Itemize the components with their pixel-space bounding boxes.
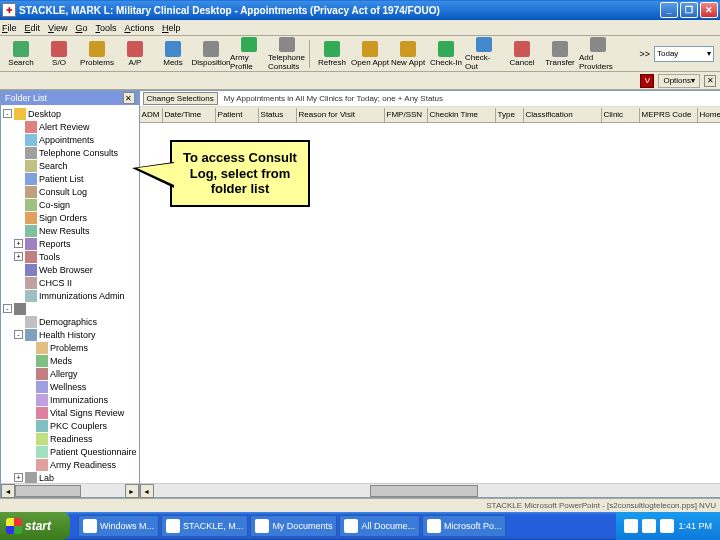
tree-item-co-sign[interactable]: Co-sign bbox=[3, 198, 137, 211]
folder-list-close-button[interactable]: ✕ bbox=[123, 92, 135, 104]
col-patient[interactable]: Patient bbox=[216, 108, 259, 122]
menu-actions[interactable]: Actions bbox=[124, 23, 154, 33]
task-item[interactable]: Windows M... bbox=[78, 515, 159, 537]
options-button[interactable]: Options ▾ bbox=[658, 74, 700, 88]
tb-telephone-consults-button[interactable]: Telephone Consults bbox=[268, 37, 306, 71]
tray-icon[interactable] bbox=[624, 519, 638, 533]
today-dropdown[interactable]: Today▾ bbox=[654, 46, 714, 62]
folder-icon bbox=[25, 329, 37, 341]
tree-item-telephone-consults[interactable]: Telephone Consults bbox=[3, 146, 137, 159]
tb-search-button[interactable]: Search bbox=[2, 37, 40, 71]
scroll-left-button[interactable]: ◄ bbox=[1, 484, 15, 498]
tb-disposition-button[interactable]: Disposition bbox=[192, 37, 230, 71]
tree-item-desktop[interactable]: -Desktop bbox=[3, 107, 137, 120]
tree-item-patient-list[interactable]: Patient List bbox=[3, 172, 137, 185]
menu-go[interactable]: Go bbox=[75, 23, 87, 33]
col-status[interactable]: Status bbox=[259, 108, 297, 122]
tree-item-consult-log[interactable]: Consult Log bbox=[3, 185, 137, 198]
tb-army-profile-button[interactable]: Army Profile bbox=[230, 37, 268, 71]
tree-expand-icon[interactable]: + bbox=[14, 473, 23, 482]
tb-check-out-button[interactable]: Check-Out bbox=[465, 37, 503, 71]
tree-item-vital-signs-review[interactable]: Vital Signs Review bbox=[3, 406, 137, 419]
task-item[interactable]: STACKLE, M... bbox=[161, 515, 248, 537]
tb-meds-button[interactable]: Meds bbox=[154, 37, 192, 71]
col-reason-for-visit[interactable]: Reason for Visit bbox=[297, 108, 385, 122]
task-item[interactable]: Microsoft Po... bbox=[422, 515, 507, 537]
content-hscrollbar[interactable]: ◄ ► bbox=[140, 483, 720, 497]
task-item[interactable]: All Docume... bbox=[339, 515, 420, 537]
tree-expand-icon[interactable]: - bbox=[3, 109, 12, 118]
maximize-button[interactable]: ❐ bbox=[680, 2, 698, 18]
folder-tree[interactable]: -DesktopAlert ReviewAppointmentsTelephon… bbox=[1, 105, 139, 483]
tree-item-readiness[interactable]: Readiness bbox=[3, 432, 137, 445]
col-date-time[interactable]: Date/Time bbox=[163, 108, 216, 122]
system-tray[interactable]: 1:41 PM bbox=[616, 512, 720, 540]
tb-new-appt-button[interactable]: New Appt bbox=[389, 37, 427, 71]
tree-item-sign-orders[interactable]: Sign Orders bbox=[3, 211, 137, 224]
tree-item-search[interactable]: Search bbox=[3, 159, 137, 172]
tree-item-army-readiness[interactable]: Army Readiness bbox=[3, 458, 137, 471]
tree-item-tools[interactable]: +Tools bbox=[3, 250, 137, 263]
tree-expand-icon[interactable]: + bbox=[14, 239, 23, 248]
tb-add-providers-button[interactable]: Add Providers bbox=[579, 37, 617, 71]
toolbar-chevron[interactable]: >> bbox=[639, 49, 650, 59]
tray-icon[interactable] bbox=[642, 519, 656, 533]
start-button[interactable]: start bbox=[0, 512, 70, 540]
tb-check-in-button[interactable]: Check-In bbox=[427, 37, 465, 71]
col-fmp-ssn[interactable]: FMP/SSN bbox=[385, 108, 428, 122]
tree-item-immunizations-admin[interactable]: Immunizations Admin bbox=[3, 289, 137, 302]
tree-item-appointments[interactable]: Appointments bbox=[3, 133, 137, 146]
appointments-description: My Appointments in All My Clinics for To… bbox=[224, 94, 443, 103]
tree-expand-icon[interactable]: - bbox=[14, 330, 23, 339]
tree-item-new-results[interactable]: New Results bbox=[3, 224, 137, 237]
change-selections-button[interactable]: Change Selections bbox=[143, 92, 218, 105]
tray-icon[interactable] bbox=[660, 519, 674, 533]
col-clinic[interactable]: Clinic bbox=[602, 108, 640, 122]
tb-problems-button[interactable]: Problems bbox=[78, 37, 116, 71]
tree-item-health-history[interactable]: -Health History bbox=[3, 328, 137, 341]
menu-tools[interactable]: Tools bbox=[95, 23, 116, 33]
close-button[interactable]: ✕ bbox=[700, 2, 718, 18]
tree-item-patient-questionnaire[interactable]: Patient Questionnaire bbox=[3, 445, 137, 458]
tb-s-o-button[interactable]: S/O bbox=[40, 37, 78, 71]
tree-item-meds[interactable]: Meds bbox=[3, 354, 137, 367]
taskbar-items: Windows M...STACKLE, M...My DocumentsAll… bbox=[78, 515, 616, 537]
tree-item-chcs-ii[interactable]: CHCS II bbox=[3, 276, 137, 289]
col-checkin-time[interactable]: Checkin Time bbox=[428, 108, 496, 122]
tree-item-wellness[interactable]: Wellness bbox=[3, 380, 137, 393]
tree-item-demographics[interactable]: Demographics bbox=[3, 315, 137, 328]
minimize-button[interactable]: _ bbox=[660, 2, 678, 18]
tree-item-problems[interactable]: Problems bbox=[3, 341, 137, 354]
tree-item-lab[interactable]: +Lab bbox=[3, 471, 137, 483]
scroll-right-button[interactable]: ► bbox=[125, 484, 139, 498]
tree-item-alert-review[interactable]: Alert Review bbox=[3, 120, 137, 133]
folder-hscrollbar[interactable]: ◄ ► bbox=[1, 483, 139, 497]
col-home-phone[interactable]: Home Phone bbox=[698, 108, 720, 122]
tree-expand-icon[interactable]: + bbox=[14, 252, 23, 261]
tb-transfer-button[interactable]: Transfer bbox=[541, 37, 579, 71]
tree-item-allergy[interactable]: Allergy bbox=[3, 367, 137, 380]
scroll-left-button[interactable]: ◄ bbox=[140, 484, 154, 498]
col-classification[interactable]: Classification bbox=[524, 108, 602, 122]
tb-refresh-button[interactable]: Refresh bbox=[313, 37, 351, 71]
tree-item-blank[interactable]: - bbox=[3, 302, 137, 315]
tree-item-pkc-couplers[interactable]: PKC Couplers bbox=[3, 419, 137, 432]
subbar-close-button[interactable]: ✕ bbox=[704, 75, 716, 87]
col-type[interactable]: Type bbox=[496, 108, 524, 122]
menu-edit[interactable]: Edit bbox=[25, 23, 41, 33]
col-adm[interactable]: ADM bbox=[140, 108, 163, 122]
scroll-track[interactable] bbox=[15, 484, 125, 497]
col-meprs-code[interactable]: MEPRS Code bbox=[640, 108, 698, 122]
tb-open-appt-button[interactable]: Open Appt bbox=[351, 37, 389, 71]
tb-cancel-button[interactable]: Cancel bbox=[503, 37, 541, 71]
scroll-track[interactable] bbox=[154, 484, 720, 497]
tree-expand-icon[interactable]: - bbox=[3, 304, 12, 313]
tree-item-web-browser[interactable]: Web Browser bbox=[3, 263, 137, 276]
tree-item-reports[interactable]: +Reports bbox=[3, 237, 137, 250]
menu-help[interactable]: Help bbox=[162, 23, 181, 33]
task-item[interactable]: My Documents bbox=[250, 515, 337, 537]
menu-view[interactable]: View bbox=[48, 23, 67, 33]
tree-item-immunizations[interactable]: Immunizations bbox=[3, 393, 137, 406]
menu-file[interactable]: File bbox=[2, 23, 17, 33]
tb-a-p-button[interactable]: A/P bbox=[116, 37, 154, 71]
